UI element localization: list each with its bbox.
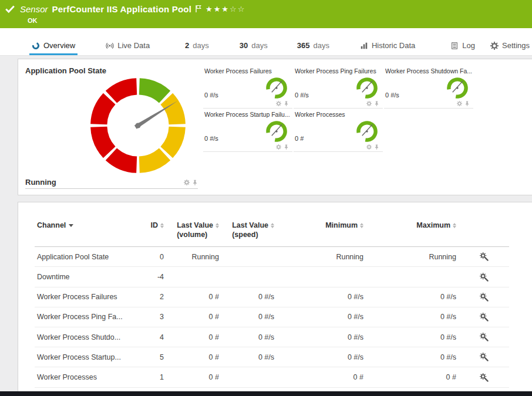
cell-channel: Worker Process Ping Fa...: [35, 307, 142, 327]
tab-log[interactable]: Log: [448, 41, 477, 55]
col-header-id[interactable]: ID: [142, 219, 166, 247]
channel-settings-wrench-icon[interactable]: [480, 273, 489, 282]
live-data-broadcast-icon: [106, 42, 114, 50]
object-kind-label: Sensor: [20, 4, 48, 14]
col-header-last-speed[interactable]: Last Value(speed): [221, 219, 277, 247]
mini-gauge-value: 0 #/s: [385, 92, 399, 100]
stars-empty: ☆☆: [230, 5, 245, 13]
gauge-pin-icon[interactable]: [374, 144, 379, 150]
flag-icon[interactable]: [195, 5, 202, 13]
tab-bar: Overview Live Data 2 days 30 days 365 da…: [0, 28, 532, 56]
cell-minimum: Running: [277, 247, 366, 267]
cell-maximum: 0 #/s: [366, 347, 459, 367]
gauge-settings-gear-icon[interactable]: [184, 180, 190, 185]
col-header-maximum[interactable]: Maximum: [366, 219, 459, 247]
table-row[interactable]: Worker Process Ping Fa... 3 0 # 0 #/s 0 …: [35, 307, 509, 327]
cell-last-speed: 0 #/s: [221, 287, 277, 307]
tab-2-days-number: 2: [185, 41, 189, 50]
cell-id: 4: [142, 327, 166, 347]
table-row[interactable]: Downtime -4: [35, 267, 509, 287]
gauge-pin-icon[interactable]: [192, 180, 198, 185]
gauge-pin-icon[interactable]: [374, 101, 379, 106]
status-ok-check-icon: [5, 4, 15, 14]
tab-overview[interactable]: Overview: [29, 41, 78, 55]
cell-channel: Worker Processes: [35, 367, 142, 387]
sensor-title: PerfCounter IIS Application Pool: [52, 4, 192, 14]
channel-settings-wrench-icon[interactable]: [480, 252, 489, 261]
table-row[interactable]: Worker Process Failures 2 0 # 0 #/s 0 #/…: [35, 287, 509, 307]
mini-gauge-tile[interactable]: Worker Process Failures 0 #/s: [203, 65, 292, 109]
gauge-settings-gear-icon[interactable]: [366, 101, 372, 106]
application-pool-state-gauge[interactable]: [86, 74, 190, 177]
cell-channel: Worker Process Failures: [35, 287, 142, 307]
cell-maximum: 0 #/s: [366, 327, 459, 347]
cell-maximum: Running: [366, 247, 459, 267]
cell-id: -4: [142, 267, 166, 287]
col-header-last-speed-line2: (speed): [232, 231, 258, 239]
sensor-status-text: OK: [28, 17, 38, 24]
channel-settings-wrench-icon[interactable]: [480, 313, 489, 321]
col-header-last-volume-line2: (volume): [177, 231, 207, 239]
cell-channel: Worker Process Startup...: [35, 347, 142, 367]
channel-settings-wrench-icon[interactable]: [480, 353, 489, 361]
col-header-actions: [459, 219, 509, 247]
sort-arrows-icon: [160, 221, 164, 228]
cell-maximum: 0 #/s: [366, 287, 459, 307]
table-row[interactable]: Application Pool State 0 Running Running…: [35, 247, 509, 267]
channel-settings-wrench-icon[interactable]: [480, 373, 489, 382]
cell-last-volume: [166, 267, 221, 287]
sort-arrows-icon: [453, 221, 456, 228]
col-header-last-volume[interactable]: Last Value(volume): [166, 219, 221, 247]
mini-gauge-tile[interactable]: Worker Processes 0 #: [294, 109, 383, 152]
gauge-pin-icon[interactable]: [464, 101, 470, 106]
gauge-settings-gear-icon[interactable]: [366, 144, 372, 150]
cell-maximum: 0 #: [366, 367, 459, 387]
table-row[interactable]: Worker Process Shutdo... 4 0 # 0 #/s 0 #…: [35, 327, 509, 347]
tab-live-data-label: Live Data: [117, 41, 150, 50]
table-row[interactable]: Worker Processes 1 0 # 0 # 0 #: [35, 367, 509, 387]
stars-filled: ★★★: [206, 5, 230, 13]
cell-minimum: 0 #: [277, 367, 366, 387]
gauges-panel: Application Pool State Running: [18, 59, 532, 195]
channel-settings-wrench-icon[interactable]: [480, 293, 489, 302]
mini-gauge-chart: [355, 76, 379, 100]
tab-365-days-number: 365: [297, 41, 310, 50]
gauge-pin-icon[interactable]: [284, 144, 289, 150]
tab-365-days[interactable]: 365 days: [295, 41, 332, 55]
mini-gauge-tile[interactable]: Worker Process Startup Failu... 0 #/s: [203, 109, 292, 152]
tab-2-days[interactable]: 2 days: [183, 41, 211, 55]
cell-minimum: 0 #/s: [277, 307, 366, 327]
mini-gauge-tile[interactable]: Worker Process Shutdown Fa... 0 #/s: [384, 65, 473, 109]
overview-donut-icon: [32, 42, 40, 50]
tab-30-days[interactable]: 30 days: [237, 41, 270, 55]
col-header-id-label: ID: [151, 221, 159, 229]
col-header-channel[interactable]: Channel: [35, 219, 142, 247]
cell-last-speed: 0 #/s: [221, 307, 277, 327]
col-header-minimum[interactable]: Minimum: [277, 219, 366, 247]
priority-stars[interactable]: ★★★☆☆: [206, 5, 245, 13]
gauge-settings-gear-icon[interactable]: [276, 101, 281, 106]
gauge-settings-gear-icon[interactable]: [457, 101, 462, 106]
cell-last-volume: Running: [166, 247, 221, 267]
gauge-pin-icon[interactable]: [284, 101, 289, 106]
sensor-status-bar: Sensor PerfCounter IIS Application Pool …: [0, 0, 532, 28]
sort-arrows-icon: [216, 221, 219, 228]
mini-gauge-label: Worker Process Shutdown Fa...: [385, 67, 472, 75]
tab-historic-data[interactable]: Historic Data: [358, 41, 417, 55]
tab-overview-label: Overview: [43, 41, 75, 50]
cell-minimum: 0 #/s: [277, 327, 366, 347]
primary-channel-value: Running: [25, 178, 56, 187]
mini-gauge-tile[interactable]: Worker Process Ping Failures 0 #/s: [294, 65, 383, 109]
col-header-last-speed-line1: Last Value: [232, 221, 268, 229]
table-row[interactable]: Worker Process Startup... 5 0 # 0 #/s 0 …: [35, 347, 509, 367]
sort-arrows-icon: [360, 221, 363, 228]
primary-channel-value-row: Running: [25, 176, 198, 189]
gauge-settings-gear-icon[interactable]: [276, 144, 281, 150]
tab-live-data[interactable]: Live Data: [103, 41, 152, 55]
tab-30-days-word: days: [251, 41, 267, 50]
channel-settings-wrench-icon[interactable]: [480, 333, 489, 341]
cell-last-volume: 0 #: [166, 347, 221, 367]
cell-minimum: 0 #/s: [277, 347, 366, 367]
cell-last-volume: 0 #: [166, 327, 221, 347]
tab-settings[interactable]: Settings: [488, 41, 532, 55]
